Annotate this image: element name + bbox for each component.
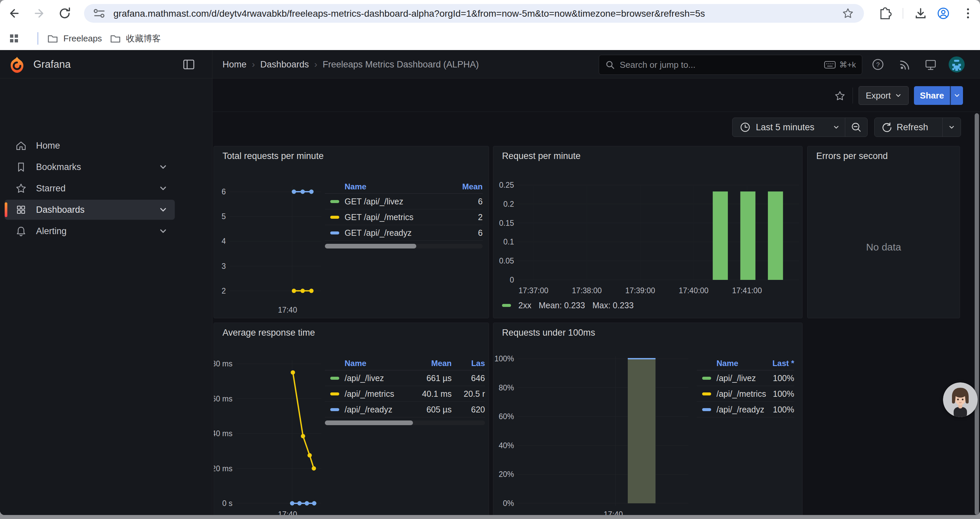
scrollbar-thumb[interactable] [325,420,413,425]
legend-row[interactable]: /api/_/livez100% [697,370,794,386]
legend-row[interactable]: GET /api/_/readyz6 [325,225,483,241]
browser-menu-icon[interactable] [961,6,975,21]
time-range-group: Last 5 minutes [732,118,868,137]
bookmark-folder-freeleaps[interactable]: Freeleaps [47,31,102,45]
forward-icon[interactable] [32,6,47,21]
svg-text:80%: 80% [499,383,514,392]
legend-row[interactable]: /api/_/readyz605 µs620 [325,402,485,417]
legend-col-name[interactable]: Name [345,359,412,368]
sidebar-item-alerting[interactable]: Alerting [5,221,175,241]
legend-row[interactable]: /api/_/metrics40.1 ms20.5 r [325,386,485,402]
news-rss-icon[interactable] [898,58,911,71]
svg-text:17:41:00: 17:41:00 [732,286,762,295]
scrollbar-thumb[interactable] [975,113,979,515]
time-range-picker[interactable]: Last 5 minutes [756,122,833,133]
panel-request-per-minute[interactable]: Request per minute 00.050.10.150.20.2517… [493,146,803,318]
series-swatch [330,216,339,219]
chevron-down-icon[interactable] [833,124,840,131]
favorite-dashboard-icon[interactable] [834,89,846,102]
legend-header: Name Mean Las [325,356,485,370]
bookmarks-bar: Freeleaps 收藏博客 [0,27,980,50]
sidebar-item-home[interactable]: Home [5,136,175,156]
legend-row[interactable]: /api/_/livez661 µs646 [325,370,485,386]
export-button[interactable]: Export [859,86,908,105]
back-icon[interactable] [7,6,21,21]
panel-requests-under-100ms[interactable]: Requests under 100ms 100%80%60%40%20%0%1… [493,323,803,515]
extensions-icon[interactable] [877,6,892,21]
svg-text:20%: 20% [499,470,514,479]
legend: 2xx Mean: 0.233 Max: 0.233 [502,300,634,310]
panel-total-requests[interactable]: Total requests per minute 6543217:40 Nam… [213,146,489,318]
panel-avg-response-time[interactable]: Average response time 80 ms60 ms40 ms20 … [213,323,489,515]
chevron-down-icon[interactable] [159,227,167,235]
assistant-avatar[interactable] [943,382,978,417]
panel-title[interactable]: Total requests per minute [223,151,323,161]
panel-title[interactable]: Request per minute [502,151,581,161]
tv-kiosk-icon[interactable] [924,58,937,71]
legend-row[interactable]: /api/_/readyz100% [697,402,794,417]
legend-row[interactable]: GET /api/_/metrics2 [325,209,483,225]
panel-title[interactable]: Errors per second [816,151,888,161]
bookmark-star-icon[interactable] [841,7,854,20]
search-icon [605,60,615,70]
sidebar-item-label: Bookmarks [36,162,159,172]
legend-scrollbar[interactable] [325,244,483,249]
series-name[interactable]: 2xx [519,300,531,310]
time-controls-bar: Last 5 minutes Refresh [213,112,980,144]
legend-col-mean[interactable]: Mean [412,359,452,368]
share-menu-button[interactable] [950,86,963,105]
legend-col-last[interactable]: Las [452,359,485,368]
share-button[interactable]: Share [914,86,950,105]
site-settings-icon[interactable] [93,8,106,19]
user-avatar[interactable] [948,56,965,73]
chevron-down-icon[interactable] [159,163,167,171]
panel-title[interactable]: Average response time [223,327,315,338]
page-scrollbar[interactable] [975,113,979,515]
refresh-group: Refresh [874,118,961,137]
svg-text:17:37:00: 17:37:00 [519,286,549,295]
svg-text:0 s: 0 s [222,499,232,508]
breadcrumb-dashboards[interactable]: Dashboards [260,59,309,70]
url-text: grafana.mathmast.com/d/deytv4rwavabkb/fr… [113,8,705,19]
legend-col-name[interactable]: Name [345,182,462,192]
series-swatch [330,377,339,380]
bookmark-folder-blogs[interactable]: 收藏博客 [110,31,161,45]
sidebar-item-bookmarks[interactable]: Bookmarks [5,157,175,177]
download-icon[interactable] [913,6,928,21]
search-box[interactable]: ⌘+k [599,55,862,75]
sidebar-header: Grafana [0,50,213,78]
legend-col-mean[interactable]: Mean [462,182,483,192]
svg-text:0%: 0% [503,499,514,508]
chevron-down-icon [954,92,960,99]
refresh-interval-dropdown[interactable] [948,124,955,131]
grafana-logo[interactable] [8,56,26,74]
sidebar-item-starred[interactable]: Starred [5,178,175,198]
legend-row[interactable]: /api/_/metrics100% [697,386,794,402]
help-icon[interactable]: ? [871,58,885,71]
brand-title[interactable]: Grafana [33,58,71,70]
reload-icon[interactable] [57,6,72,21]
sidebar-item-dashboards[interactable]: Dashboards [5,200,175,220]
bookmark-icon [15,161,27,173]
search-input[interactable] [620,60,824,70]
svg-text:0.1: 0.1 [503,238,514,246]
panel-errors-per-second[interactable]: Errors per second No data [807,146,960,318]
refresh-button[interactable]: Refresh [897,122,942,133]
sidebar-item-label: Dashboards [36,205,159,215]
panel-title[interactable]: Requests under 100ms [502,327,595,338]
zoom-out-icon[interactable] [851,121,862,133]
series-swatch [330,393,339,395]
profile-icon[interactable] [936,6,951,21]
apps-grid-icon[interactable] [8,32,20,45]
address-bar[interactable]: grafana.mathmast.com/d/deytv4rwavabkb/fr… [84,4,864,23]
legend-row[interactable]: GET /api/_/livez6 [325,194,483,209]
chevron-down-icon[interactable] [159,184,167,193]
legend-scrollbar[interactable] [325,420,485,425]
legend-col-name[interactable]: Name [716,359,773,368]
collapse-sidebar-icon[interactable] [183,59,195,70]
legend-col-last[interactable]: Last * [773,359,794,368]
scrollbar-thumb[interactable] [325,244,416,249]
chevron-down-icon[interactable] [159,205,167,214]
breadcrumb-home[interactable]: Home [223,59,247,70]
bookmark-label: 收藏博客 [126,33,161,45]
